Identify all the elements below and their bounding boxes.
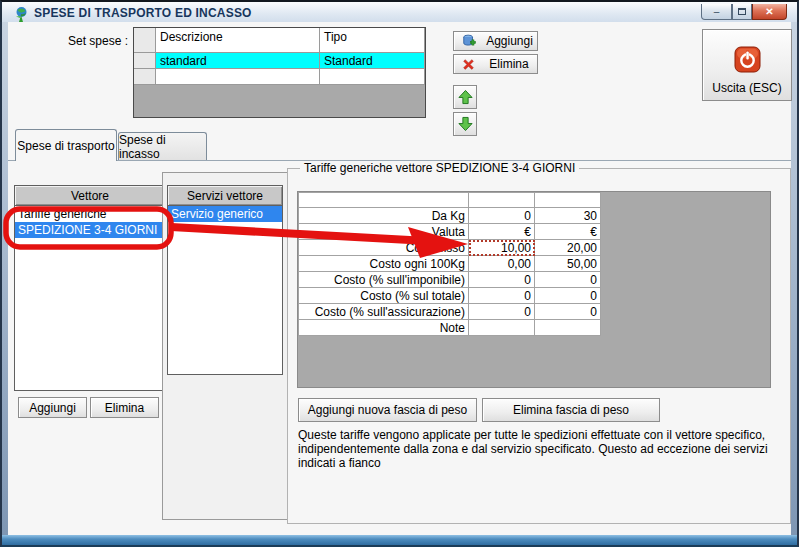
tariffe-grid-canvas: Da Kg 0 30 Valuta € € Costo fisso 10,00 … xyxy=(297,191,771,388)
close-button[interactable]: ✕ xyxy=(752,4,787,20)
grid-col-header[interactable] xyxy=(469,193,535,208)
vettore-list[interactable]: Vettore Tariffe generiche SPEDIZIONE 3-4… xyxy=(14,185,166,391)
row-label: Costo fisso xyxy=(299,240,469,256)
red-x-icon xyxy=(462,58,475,71)
add-set-button[interactable]: Aggiungi xyxy=(453,31,538,51)
green-arrow-down-icon xyxy=(458,116,473,132)
row-label: Costo (% sull'imponibile) xyxy=(299,272,469,288)
tariffe-groupbox-title: Tariffe generiche vettore SPEDIZIONE 3-4… xyxy=(300,161,579,175)
grid-cell[interactable]: 0,00 xyxy=(469,256,535,272)
maximize-icon xyxy=(738,8,746,15)
column-header-tipo[interactable]: Tipo xyxy=(320,28,425,53)
cell-descrizione[interactable]: standard xyxy=(156,53,320,69)
set-spese-table: Descrizione Tipo standard Standard xyxy=(133,27,426,118)
grid-cell[interactable]: 0 xyxy=(469,288,535,304)
servizi-list-header: Servizi vettore xyxy=(168,186,282,206)
add-vettore-button[interactable]: Aggiungi xyxy=(18,397,87,418)
delete-set-button[interactable]: Elimina xyxy=(453,54,538,74)
dialog-window: SPESE DI TRASPORTO ED INCASSO – ✕ Set sp… xyxy=(0,0,799,547)
window-frame-left xyxy=(0,22,8,535)
row-selector[interactable] xyxy=(134,53,156,69)
table-row[interactable] xyxy=(134,69,425,85)
row-label: Costo (% sul totale) xyxy=(299,288,469,304)
titlebar[interactable]: SPESE DI TRASPORTO ED INCASSO – ✕ xyxy=(0,0,799,22)
cell-tipo[interactable] xyxy=(320,69,425,85)
list-item[interactable]: Tariffe generiche xyxy=(15,206,165,222)
cell-tipo[interactable]: Standard xyxy=(320,53,425,69)
cell-descrizione[interactable] xyxy=(156,69,320,85)
green-arrow-up-icon xyxy=(458,89,473,105)
row-label: Da Kg xyxy=(299,208,469,224)
grid-cell[interactable]: 0 xyxy=(469,272,535,288)
delete-vettore-button[interactable]: Elimina xyxy=(90,397,159,418)
tab-label: Spese di incasso xyxy=(119,133,206,161)
row-selector[interactable] xyxy=(134,69,156,85)
row-selector-header xyxy=(134,28,156,53)
grid-cell-selected[interactable]: 10,00 xyxy=(469,240,535,256)
vettore-list-header: Vettore xyxy=(15,186,165,206)
add-vettore-label: Aggiungi xyxy=(29,401,76,415)
database-add-icon xyxy=(462,34,476,48)
move-down-button[interactable] xyxy=(453,112,477,136)
power-icon xyxy=(734,46,761,73)
add-weight-range-label: Aggiungi nuova fascia di peso xyxy=(308,403,467,417)
move-up-button[interactable] xyxy=(453,85,477,109)
close-icon: ✕ xyxy=(765,7,773,17)
app-icon xyxy=(12,6,28,22)
grid-cell[interactable] xyxy=(469,320,535,336)
set-spese-label: Set spese : xyxy=(26,34,128,48)
row-label: Valuta xyxy=(299,224,469,240)
row-label: Costo (% sull'assicurazione) xyxy=(299,304,469,320)
delete-weight-range-label: Elimina fascia di peso xyxy=(513,403,629,417)
grid-cell[interactable]: € xyxy=(535,224,601,240)
tab-spese-di-trasporto[interactable]: Spese di trasporto xyxy=(15,129,117,161)
window-title: SPESE DI TRASPORTO ED INCASSO xyxy=(34,6,252,20)
grid-cell[interactable]: 0 xyxy=(535,272,601,288)
grid-cell-highlighted[interactable]: 20,00 xyxy=(535,240,601,256)
window-frame-bottom xyxy=(0,535,799,547)
exit-button[interactable]: Uscita (ESC) xyxy=(702,29,792,101)
table-row[interactable]: standard Standard xyxy=(134,53,425,69)
grid-cell[interactable]: 0 xyxy=(535,304,601,320)
grid-cell[interactable]: 0 xyxy=(469,208,535,224)
tab-spese-di-incasso[interactable]: Spese di incasso xyxy=(118,132,207,160)
delete-vettore-label: Elimina xyxy=(105,401,144,415)
list-item[interactable]: Servizio generico xyxy=(168,206,282,222)
grid-cell[interactable] xyxy=(535,320,601,336)
tariffe-description: Queste tariffe vengono applicate per tut… xyxy=(298,428,793,470)
add-set-label: Aggiungi xyxy=(482,34,537,48)
row-label: Note xyxy=(299,320,469,336)
tab-label: Spese di trasporto xyxy=(17,139,114,153)
tariffe-table: Da Kg 0 30 Valuta € € Costo fisso 10,00 … xyxy=(298,192,601,336)
servizi-list[interactable]: Servizi vettore Servizio generico xyxy=(167,185,283,375)
grid-corner-cell xyxy=(299,193,469,208)
grid-cell[interactable]: 30 xyxy=(535,208,601,224)
add-weight-range-button[interactable]: Aggiungi nuova fascia di peso xyxy=(298,398,477,422)
list-item[interactable]: SPEDIZIONE 3-4 GIORNI xyxy=(15,222,165,238)
maximize-button[interactable] xyxy=(732,4,752,20)
grid-cell[interactable]: 0 xyxy=(535,288,601,304)
minimize-button[interactable]: – xyxy=(701,4,732,20)
grid-cell[interactable]: 50,00 xyxy=(535,256,601,272)
row-label: Costo ogni 100Kg xyxy=(299,256,469,272)
client-area: Set spese : Descrizione Tipo standard St… xyxy=(8,22,791,535)
grid-col-header[interactable] xyxy=(535,193,601,208)
tariffe-groupbox: Tariffe generiche vettore SPEDIZIONE 3-4… xyxy=(287,168,791,524)
column-header-descrizione[interactable]: Descrizione xyxy=(156,28,320,53)
delete-weight-range-button[interactable]: Elimina fascia di peso xyxy=(482,398,660,422)
exit-label: Uscita (ESC) xyxy=(712,81,781,95)
delete-set-label: Elimina xyxy=(481,57,537,71)
grid-cell[interactable]: 0 xyxy=(469,304,535,320)
servizi-panel: Servizi vettore Servizio generico xyxy=(162,172,288,520)
grid-cell[interactable]: € xyxy=(469,224,535,240)
minimize-icon: – xyxy=(714,7,720,17)
